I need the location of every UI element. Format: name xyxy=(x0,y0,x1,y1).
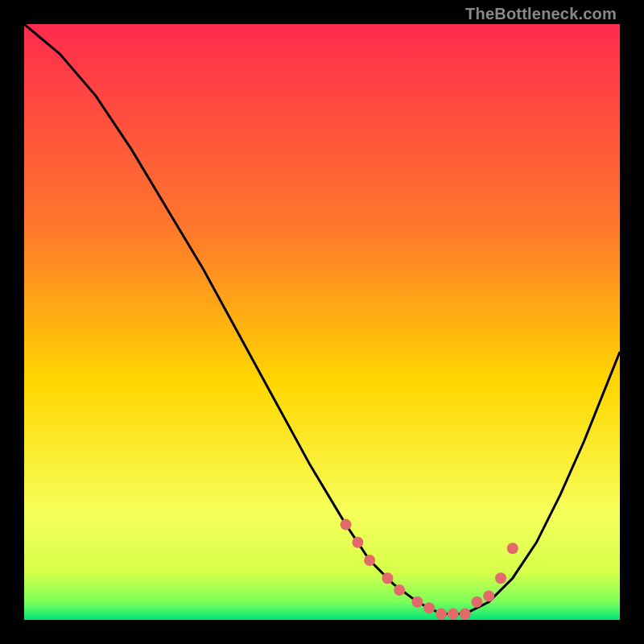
curve-marker-dot xyxy=(364,555,375,566)
curve-marker-dot xyxy=(423,602,435,613)
curve-marker-dot xyxy=(483,590,494,601)
bottleneck-chart xyxy=(24,24,620,620)
curve-marker-dot xyxy=(448,609,459,620)
gradient-background xyxy=(24,24,620,620)
curve-marker-dot xyxy=(507,543,518,554)
curve-marker-dot xyxy=(411,597,423,608)
curve-marker-dot xyxy=(460,609,471,620)
curve-marker-dot xyxy=(436,609,447,620)
curve-marker-dot xyxy=(341,519,352,530)
curve-marker-dot xyxy=(352,537,363,548)
curve-marker-dot xyxy=(471,597,482,608)
watermark-text: TheBottleneck.com xyxy=(465,5,617,23)
curve-marker-dot xyxy=(495,572,506,584)
chart-frame xyxy=(24,24,620,620)
curve-marker-dot xyxy=(382,572,393,584)
curve-marker-dot xyxy=(394,584,405,596)
